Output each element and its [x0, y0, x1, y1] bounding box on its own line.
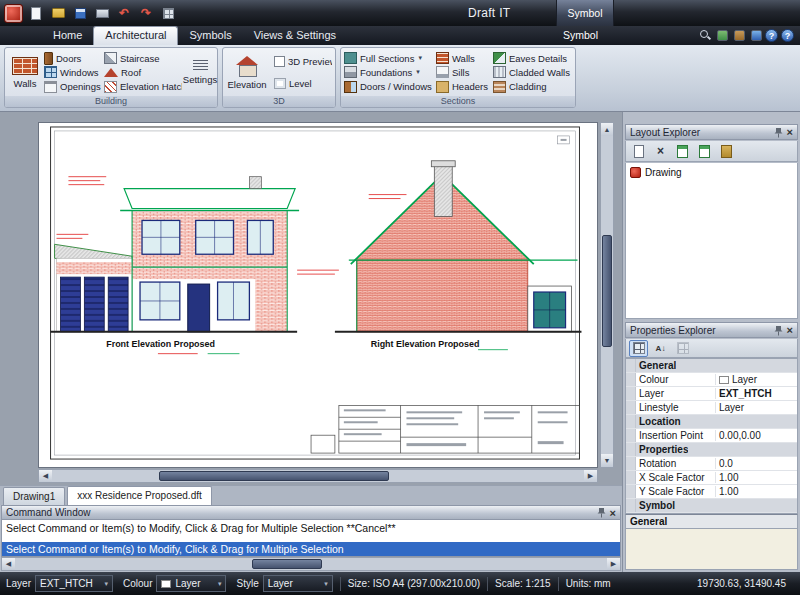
- 3d-preview-checkbox[interactable]: 3D Preview: [274, 55, 332, 69]
- layout-explorer-title: Layout Explorer: [630, 127, 700, 138]
- tab-architectural[interactable]: Architectural: [93, 26, 178, 45]
- scroll-down-arrow[interactable]: ▼: [601, 454, 613, 467]
- staircase-button[interactable]: Staircase: [104, 51, 182, 65]
- elevation-button[interactable]: Elevation: [225, 50, 269, 95]
- foundations-button[interactable]: Foundations▾: [344, 65, 434, 79]
- property-row[interactable]: Insertion Point0.00,0.00: [626, 429, 797, 443]
- openings-button[interactable]: Openings: [44, 80, 102, 94]
- cladding-button[interactable]: Cladding: [493, 80, 571, 94]
- undo-icon[interactable]: ↶: [115, 4, 133, 22]
- layer-dropdown[interactable]: EXT_HTCH▾: [35, 575, 113, 592]
- property-row[interactable]: Rotation0.0: [626, 457, 797, 471]
- property-category[interactable]: General: [626, 359, 797, 373]
- property-row[interactable]: LinestyleLayer: [626, 401, 797, 415]
- close-icon[interactable]: ×: [787, 325, 793, 335]
- door-icon: [44, 52, 53, 65]
- sort-az-button[interactable]: A↓: [651, 340, 670, 357]
- property-footer-description: [625, 529, 798, 570]
- swatch-green-icon[interactable]: [717, 30, 728, 41]
- help-icon[interactable]: ?: [765, 29, 778, 42]
- roof-button[interactable]: Roof: [104, 65, 182, 79]
- cladded-walls-button[interactable]: Cladded Walls: [493, 65, 571, 79]
- swatch-brown-icon[interactable]: [734, 30, 745, 41]
- property-row[interactable]: ColourLayer: [626, 373, 797, 387]
- layout-tree: Drawing: [625, 163, 798, 319]
- property-row[interactable]: X Scale Factor1.00: [626, 471, 797, 485]
- windows-label: Windows: [60, 67, 99, 78]
- scroll-left-arrow[interactable]: ◀: [39, 470, 52, 482]
- property-row[interactable]: LayerEXT_HTCH: [626, 387, 797, 401]
- delete-layout-button[interactable]: ×: [651, 143, 670, 160]
- redo-icon[interactable]: ↷: [137, 4, 155, 22]
- vertical-scroll-thumb[interactable]: [602, 235, 612, 347]
- property-category[interactable]: Properties: [626, 443, 797, 457]
- colour-label: Colour: [123, 578, 152, 589]
- doors-button[interactable]: Doors: [44, 51, 102, 65]
- print-icon[interactable]: [93, 4, 111, 22]
- new-layout-button[interactable]: [629, 143, 648, 160]
- extra-view-button[interactable]: [673, 340, 692, 357]
- zoom-icon[interactable]: [699, 29, 711, 41]
- scroll-up-arrow[interactable]: ▲: [601, 123, 613, 136]
- property-category[interactable]: Location: [626, 415, 797, 429]
- eaves-details-button[interactable]: Eaves Details: [493, 51, 571, 65]
- walls-section-button[interactable]: Walls: [436, 51, 491, 65]
- app-logo-icon[interactable]: [4, 4, 23, 23]
- window-icon: [44, 66, 57, 78]
- elevation-hatch-button[interactable]: Elevation Hatch: [104, 80, 182, 94]
- headers-icon: [436, 81, 449, 93]
- level-button[interactable]: Level: [274, 76, 332, 90]
- settings-button[interactable]: Settings: [183, 50, 217, 95]
- pin-icon[interactable]: [597, 507, 606, 518]
- context-tab-header[interactable]: Symbol: [556, 0, 614, 26]
- paste-button[interactable]: [717, 143, 736, 160]
- tab-symbol-context[interactable]: Symbol: [563, 26, 598, 45]
- full-sections-button[interactable]: Full Sections▾: [344, 51, 434, 65]
- scroll-right-arrow[interactable]: ▶: [607, 558, 620, 570]
- ribbon-group-sections: Full Sections▾ Foundations▾ Doors / Wind…: [340, 47, 576, 108]
- command-scrollbar[interactable]: ◀ ▶: [1, 557, 621, 571]
- cladded-walls-icon: [493, 66, 506, 78]
- property-row[interactable]: Y Scale Factor1.00: [626, 485, 797, 499]
- tab-home[interactable]: Home: [42, 26, 93, 45]
- sills-button[interactable]: Sills: [436, 65, 491, 79]
- scroll-left-arrow[interactable]: ◀: [2, 558, 15, 570]
- horizontal-scroll-thumb[interactable]: [159, 471, 389, 481]
- command-history[interactable]: Select Command or Item(s) to Modify, Cli…: [1, 520, 621, 557]
- checkbox-icon[interactable]: [274, 56, 285, 67]
- save-icon[interactable]: [71, 4, 89, 22]
- cladding-label: Cladding: [509, 81, 547, 92]
- pin-icon[interactable]: [774, 127, 783, 138]
- doors-windows-button[interactable]: Doors / Windows▾: [344, 80, 434, 94]
- new-page-icon[interactable]: [27, 4, 45, 22]
- scroll-right-arrow[interactable]: ▶: [584, 470, 597, 482]
- about-icon[interactable]: ?: [781, 29, 794, 42]
- walls-button[interactable]: Walls: [7, 50, 43, 95]
- doors-windows-label: Doors / Windows: [360, 81, 432, 92]
- close-icon[interactable]: ×: [787, 127, 793, 137]
- doc-tab-residence[interactable]: xxx Residence Proposed.dft: [67, 486, 212, 505]
- style-dropdown[interactable]: Layer▾: [263, 575, 333, 592]
- windows-button[interactable]: Windows: [44, 65, 102, 79]
- headers-button[interactable]: Headers: [436, 80, 491, 94]
- swatch-blue-icon[interactable]: [751, 30, 762, 41]
- command-scroll-thumb[interactable]: [252, 559, 322, 569]
- doc-tab-drawing1[interactable]: Drawing1: [3, 487, 65, 505]
- export-sheet-button[interactable]: [673, 143, 692, 160]
- colour-swatch: [161, 580, 171, 588]
- import-sheet-button[interactable]: [695, 143, 714, 160]
- tab-views-settings[interactable]: Views & Settings: [243, 26, 347, 45]
- property-category[interactable]: Symbol: [626, 499, 797, 513]
- layout-tree-item-drawing[interactable]: Drawing: [626, 163, 797, 182]
- vertical-scrollbar[interactable]: ▲ ▼: [600, 122, 614, 468]
- pin-icon[interactable]: [774, 325, 783, 336]
- staircase-icon: [104, 52, 117, 64]
- tab-symbols[interactable]: Symbols: [178, 26, 242, 45]
- horizontal-scrollbar[interactable]: ◀ ▶: [38, 469, 598, 483]
- colour-dropdown[interactable]: Layer▾: [156, 575, 226, 592]
- drawing-canvas[interactable]: Front Elevation Proposed: [38, 122, 598, 468]
- close-icon[interactable]: ×: [610, 508, 616, 518]
- categorized-view-button[interactable]: [629, 340, 648, 357]
- open-folder-icon[interactable]: [49, 4, 67, 22]
- grid-icon[interactable]: [159, 4, 177, 22]
